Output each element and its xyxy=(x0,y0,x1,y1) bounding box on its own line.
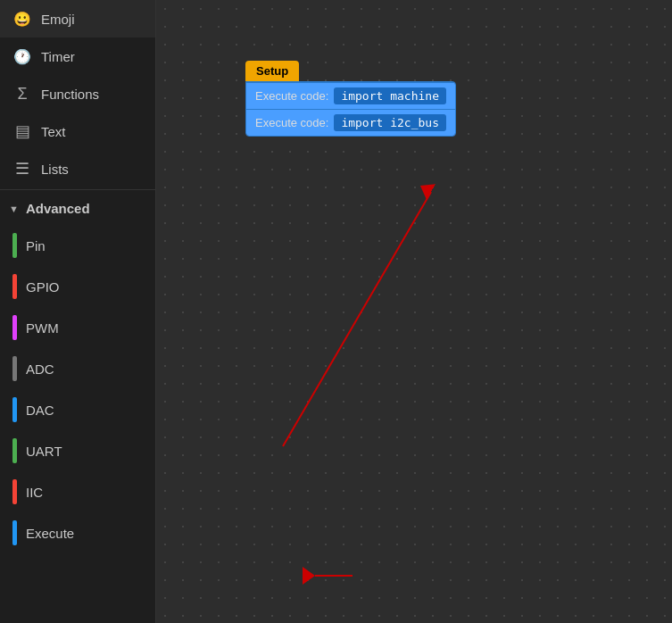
functions-icon: Σ xyxy=(12,84,32,104)
execute-value-2[interactable]: import i2c_bus xyxy=(334,114,446,131)
sidebar-label-timer: Timer xyxy=(41,49,75,64)
emoji-icon: 😀 xyxy=(12,9,32,29)
advanced-section-label: Advanced xyxy=(26,201,90,216)
sidebar: 😀 Emoji 🕐 Timer Σ Functions ▤ Text ☰ Lis… xyxy=(0,0,156,623)
sidebar-label-uart: UART xyxy=(26,444,62,459)
sidebar-label-dac: DAC xyxy=(26,403,54,418)
adc-color-bar xyxy=(12,356,17,381)
sidebar-label-emoji: Emoji xyxy=(41,12,75,27)
sidebar-item-gpio[interactable]: GPIO xyxy=(0,266,155,307)
sidebar-item-dac[interactable]: DAC xyxy=(0,389,155,430)
timer-icon: 🕐 xyxy=(12,46,32,66)
uart-color-bar xyxy=(12,438,17,463)
sidebar-label-adc: ADC xyxy=(26,361,54,377)
advanced-arrow-icon: ▼ xyxy=(9,204,19,214)
sidebar-item-execute[interactable]: Execute xyxy=(0,512,155,553)
sidebar-label-text: Text xyxy=(41,124,66,139)
iic-color-bar xyxy=(12,479,17,504)
text-icon: ▤ xyxy=(12,121,32,141)
sidebar-label-pin: Pin xyxy=(26,238,46,253)
block-container: Setup Execute code: import machine Execu… xyxy=(245,61,456,137)
setup-block[interactable]: Setup xyxy=(245,61,299,81)
execute-color-bar xyxy=(12,520,17,545)
execute-value-1[interactable]: import machine xyxy=(334,87,446,104)
sidebar-label-lists: Lists xyxy=(41,162,69,177)
advanced-section-header[interactable]: ▼ Advanced xyxy=(0,192,155,225)
sidebar-item-text[interactable]: ▤ Text xyxy=(0,112,155,150)
sidebar-item-pwm[interactable]: PWM xyxy=(0,307,155,348)
sidebar-item-lists[interactable]: ☰ Lists xyxy=(0,150,155,187)
sidebar-item-emoji[interactable]: 😀 Emoji xyxy=(0,0,155,37)
execute-block-2[interactable]: Execute code: import i2c_bus xyxy=(246,109,455,136)
sidebar-label-pwm: PWM xyxy=(26,320,59,336)
lists-icon: ☰ xyxy=(12,159,32,179)
canvas-area[interactable]: Setup Execute code: import machine Execu… xyxy=(156,0,672,623)
pin-color-bar xyxy=(12,233,17,258)
sidebar-label-iic: IIC xyxy=(26,485,43,500)
arrow-up xyxy=(283,192,431,446)
execute-label-2: Execute code: xyxy=(255,116,328,129)
sidebar-label-functions: Functions xyxy=(41,87,99,102)
sidebar-item-timer[interactable]: 🕐 Timer xyxy=(0,37,155,75)
sidebar-item-uart[interactable]: UART xyxy=(0,430,155,471)
sidebar-label-gpio: GPIO xyxy=(26,279,60,295)
sidebar-item-pin[interactable]: Pin xyxy=(0,225,155,266)
pwm-color-bar xyxy=(12,315,17,340)
sidebar-divider xyxy=(0,189,155,190)
gpio-color-bar xyxy=(12,274,17,299)
sidebar-item-iic[interactable]: IIC xyxy=(0,471,155,512)
dac-color-bar xyxy=(12,397,17,422)
execute-block-1[interactable]: Execute code: import machine xyxy=(246,82,455,109)
sidebar-item-adc[interactable]: ADC xyxy=(0,348,155,389)
sidebar-label-execute: Execute xyxy=(26,526,74,541)
sidebar-item-functions[interactable]: Σ Functions xyxy=(0,75,155,112)
blocks-stack: Execute code: import machine Execute cod… xyxy=(245,81,456,137)
execute-label-1: Execute code: xyxy=(255,89,328,103)
